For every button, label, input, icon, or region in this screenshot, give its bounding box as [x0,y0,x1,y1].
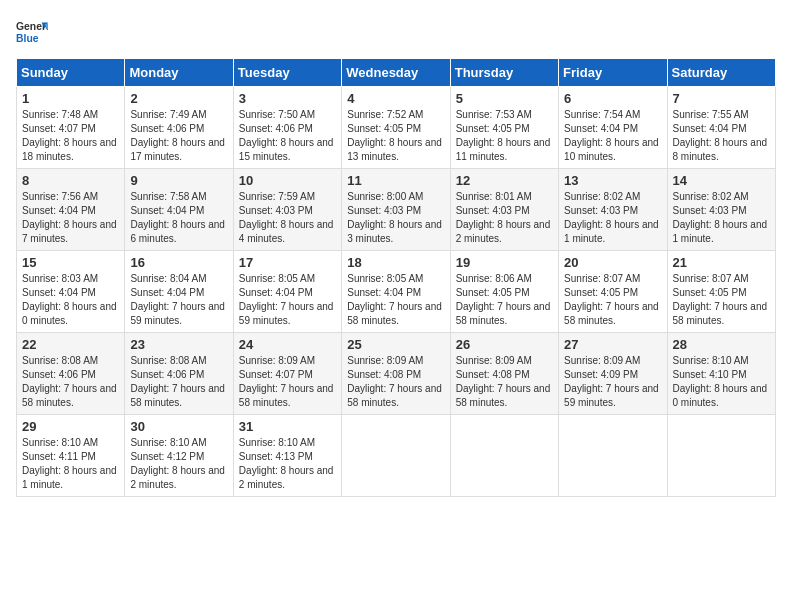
day-info: Sunrise: 8:05 AM Sunset: 4:04 PM Dayligh… [347,272,444,328]
day-number: 16 [130,255,227,270]
day-number: 7 [673,91,770,106]
day-info: Sunrise: 8:06 AM Sunset: 4:05 PM Dayligh… [456,272,553,328]
day-number: 25 [347,337,444,352]
calendar-cell [667,415,775,497]
day-info: Sunrise: 8:10 AM Sunset: 4:11 PM Dayligh… [22,436,119,492]
calendar-cell: 15 Sunrise: 8:03 AM Sunset: 4:04 PM Dayl… [17,251,125,333]
calendar-cell: 26 Sunrise: 8:09 AM Sunset: 4:08 PM Dayl… [450,333,558,415]
day-number: 9 [130,173,227,188]
calendar-cell: 4 Sunrise: 7:52 AM Sunset: 4:05 PM Dayli… [342,87,450,169]
day-number: 30 [130,419,227,434]
calendar-cell: 23 Sunrise: 8:08 AM Sunset: 4:06 PM Dayl… [125,333,233,415]
calendar-cell: 8 Sunrise: 7:56 AM Sunset: 4:04 PM Dayli… [17,169,125,251]
day-info: Sunrise: 8:07 AM Sunset: 4:05 PM Dayligh… [673,272,770,328]
day-of-week-header: Sunday [17,59,125,87]
calendar-table: SundayMondayTuesdayWednesdayThursdayFrid… [16,58,776,497]
day-number: 3 [239,91,336,106]
calendar-cell: 7 Sunrise: 7:55 AM Sunset: 4:04 PM Dayli… [667,87,775,169]
logo-icon: General Blue [16,16,48,48]
day-info: Sunrise: 8:00 AM Sunset: 4:03 PM Dayligh… [347,190,444,246]
calendar-cell: 29 Sunrise: 8:10 AM Sunset: 4:11 PM Dayl… [17,415,125,497]
day-of-week-header: Monday [125,59,233,87]
calendar-cell: 5 Sunrise: 7:53 AM Sunset: 4:05 PM Dayli… [450,87,558,169]
calendar-cell: 21 Sunrise: 8:07 AM Sunset: 4:05 PM Dayl… [667,251,775,333]
day-number: 2 [130,91,227,106]
calendar-cell: 31 Sunrise: 8:10 AM Sunset: 4:13 PM Dayl… [233,415,341,497]
svg-text:Blue: Blue [16,33,39,44]
day-info: Sunrise: 8:05 AM Sunset: 4:04 PM Dayligh… [239,272,336,328]
calendar-cell: 9 Sunrise: 7:58 AM Sunset: 4:04 PM Dayli… [125,169,233,251]
day-number: 5 [456,91,553,106]
day-of-week-header: Tuesday [233,59,341,87]
header: General Blue [16,16,776,48]
day-info: Sunrise: 7:50 AM Sunset: 4:06 PM Dayligh… [239,108,336,164]
calendar-week-row: 1 Sunrise: 7:48 AM Sunset: 4:07 PM Dayli… [17,87,776,169]
calendar-cell: 30 Sunrise: 8:10 AM Sunset: 4:12 PM Dayl… [125,415,233,497]
day-number: 31 [239,419,336,434]
day-info: Sunrise: 8:09 AM Sunset: 4:09 PM Dayligh… [564,354,661,410]
day-info: Sunrise: 8:01 AM Sunset: 4:03 PM Dayligh… [456,190,553,246]
calendar-cell: 3 Sunrise: 7:50 AM Sunset: 4:06 PM Dayli… [233,87,341,169]
day-info: Sunrise: 8:03 AM Sunset: 4:04 PM Dayligh… [22,272,119,328]
day-number: 4 [347,91,444,106]
day-number: 21 [673,255,770,270]
day-of-week-header: Wednesday [342,59,450,87]
day-number: 24 [239,337,336,352]
calendar-cell: 2 Sunrise: 7:49 AM Sunset: 4:06 PM Dayli… [125,87,233,169]
day-number: 27 [564,337,661,352]
calendar-cell: 25 Sunrise: 8:09 AM Sunset: 4:08 PM Dayl… [342,333,450,415]
day-info: Sunrise: 8:08 AM Sunset: 4:06 PM Dayligh… [130,354,227,410]
day-number: 1 [22,91,119,106]
day-number: 17 [239,255,336,270]
day-info: Sunrise: 7:48 AM Sunset: 4:07 PM Dayligh… [22,108,119,164]
calendar-week-row: 22 Sunrise: 8:08 AM Sunset: 4:06 PM Dayl… [17,333,776,415]
day-number: 29 [22,419,119,434]
day-info: Sunrise: 8:10 AM Sunset: 4:12 PM Dayligh… [130,436,227,492]
day-number: 13 [564,173,661,188]
calendar-week-row: 8 Sunrise: 7:56 AM Sunset: 4:04 PM Dayli… [17,169,776,251]
calendar-cell: 14 Sunrise: 8:02 AM Sunset: 4:03 PM Dayl… [667,169,775,251]
calendar-cell: 17 Sunrise: 8:05 AM Sunset: 4:04 PM Dayl… [233,251,341,333]
calendar-header-row: SundayMondayTuesdayWednesdayThursdayFrid… [17,59,776,87]
calendar-cell: 12 Sunrise: 8:01 AM Sunset: 4:03 PM Dayl… [450,169,558,251]
calendar-cell: 19 Sunrise: 8:06 AM Sunset: 4:05 PM Dayl… [450,251,558,333]
day-number: 20 [564,255,661,270]
calendar-cell [559,415,667,497]
day-info: Sunrise: 8:08 AM Sunset: 4:06 PM Dayligh… [22,354,119,410]
day-number: 26 [456,337,553,352]
day-info: Sunrise: 7:54 AM Sunset: 4:04 PM Dayligh… [564,108,661,164]
day-of-week-header: Friday [559,59,667,87]
day-of-week-header: Saturday [667,59,775,87]
day-info: Sunrise: 7:49 AM Sunset: 4:06 PM Dayligh… [130,108,227,164]
calendar-cell [450,415,558,497]
calendar-cell: 24 Sunrise: 8:09 AM Sunset: 4:07 PM Dayl… [233,333,341,415]
day-number: 10 [239,173,336,188]
day-number: 18 [347,255,444,270]
calendar-week-row: 15 Sunrise: 8:03 AM Sunset: 4:04 PM Dayl… [17,251,776,333]
calendar-cell: 11 Sunrise: 8:00 AM Sunset: 4:03 PM Dayl… [342,169,450,251]
day-info: Sunrise: 8:02 AM Sunset: 4:03 PM Dayligh… [673,190,770,246]
day-info: Sunrise: 7:59 AM Sunset: 4:03 PM Dayligh… [239,190,336,246]
calendar-cell: 1 Sunrise: 7:48 AM Sunset: 4:07 PM Dayli… [17,87,125,169]
day-info: Sunrise: 7:53 AM Sunset: 4:05 PM Dayligh… [456,108,553,164]
day-info: Sunrise: 8:02 AM Sunset: 4:03 PM Dayligh… [564,190,661,246]
calendar-cell: 16 Sunrise: 8:04 AM Sunset: 4:04 PM Dayl… [125,251,233,333]
day-info: Sunrise: 7:55 AM Sunset: 4:04 PM Dayligh… [673,108,770,164]
day-number: 15 [22,255,119,270]
day-info: Sunrise: 8:10 AM Sunset: 4:13 PM Dayligh… [239,436,336,492]
calendar-cell: 20 Sunrise: 8:07 AM Sunset: 4:05 PM Dayl… [559,251,667,333]
calendar-cell: 28 Sunrise: 8:10 AM Sunset: 4:10 PM Dayl… [667,333,775,415]
day-info: Sunrise: 8:09 AM Sunset: 4:08 PM Dayligh… [456,354,553,410]
day-info: Sunrise: 8:07 AM Sunset: 4:05 PM Dayligh… [564,272,661,328]
day-info: Sunrise: 7:52 AM Sunset: 4:05 PM Dayligh… [347,108,444,164]
day-info: Sunrise: 8:10 AM Sunset: 4:10 PM Dayligh… [673,354,770,410]
day-info: Sunrise: 8:09 AM Sunset: 4:07 PM Dayligh… [239,354,336,410]
day-number: 12 [456,173,553,188]
day-number: 23 [130,337,227,352]
calendar-cell: 13 Sunrise: 8:02 AM Sunset: 4:03 PM Dayl… [559,169,667,251]
day-number: 11 [347,173,444,188]
day-info: Sunrise: 7:56 AM Sunset: 4:04 PM Dayligh… [22,190,119,246]
day-number: 8 [22,173,119,188]
day-number: 6 [564,91,661,106]
day-number: 28 [673,337,770,352]
